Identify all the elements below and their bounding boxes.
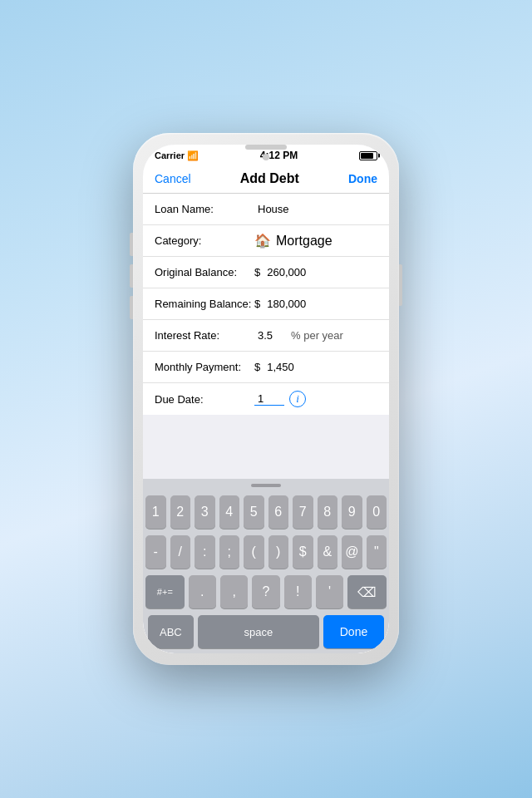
- nav-bar: Cancel Add Debt Done: [143, 165, 389, 194]
- key-2[interactable]: 2: [170, 495, 191, 529]
- key-4[interactable]: 4: [219, 495, 240, 529]
- remaining-balance-label: Remaining Balance:: [155, 298, 254, 310]
- abc-key[interactable]: ABC: [148, 615, 194, 648]
- monthly-payment-label: Monthly Payment:: [155, 361, 254, 373]
- monthly-payment-input[interactable]: [264, 361, 389, 373]
- key-semicolon[interactable]: ;: [219, 535, 240, 569]
- key-5[interactable]: 5: [244, 495, 264, 529]
- key-close-paren[interactable]: ): [268, 535, 289, 569]
- key-colon[interactable]: :: [195, 535, 215, 569]
- interest-rate-row: Interest Rate: % per year: [143, 320, 389, 352]
- remaining-balance-row: Remaining Balance: $: [143, 288, 389, 320]
- category-icon: 🏠: [254, 233, 271, 249]
- key-minus[interactable]: -: [145, 535, 166, 569]
- key-ampersand[interactable]: &: [318, 535, 338, 569]
- key-open-paren[interactable]: (: [244, 535, 264, 569]
- category-value[interactable]: 🏠 Mortgage: [254, 233, 332, 249]
- original-balance-prefix: $: [254, 266, 260, 278]
- space-key[interactable]: space: [198, 615, 319, 648]
- volume-down-button: [130, 296, 133, 319]
- category-row: Category: 🏠 Mortgage: [143, 225, 389, 257]
- phone-screen: Carrier 📶 4:12 PM Cancel Add Debt Done: [143, 145, 389, 653]
- remaining-balance-input[interactable]: [264, 298, 389, 310]
- phone-frame: Carrier 📶 4:12 PM Cancel Add Debt Done: [133, 133, 399, 665]
- battery-icon: [359, 151, 377, 160]
- backspace-key[interactable]: ⌫: [347, 575, 387, 608]
- key-7[interactable]: 7: [293, 495, 313, 529]
- keyboard-row-numbers: 1 2 3 4 5 6 7 8 9 0: [145, 495, 387, 529]
- key-8[interactable]: 8: [318, 495, 338, 529]
- mute-button: [130, 233, 133, 256]
- original-balance-row: Original Balance: $: [143, 257, 389, 288]
- wifi-icon: 📶: [187, 150, 199, 161]
- done-nav-button[interactable]: Done: [348, 172, 377, 185]
- keyboard-row-symbols: - / : ; ( ) $ & @ ": [145, 535, 387, 569]
- key-dollar[interactable]: $: [293, 535, 313, 569]
- loan-name-input[interactable]: [254, 203, 389, 215]
- keyboard-handle-area: [143, 479, 389, 490]
- app-screen: Carrier 📶 4:12 PM Cancel Add Debt Done: [143, 145, 389, 653]
- monthly-payment-row: Monthly Payment: $: [143, 352, 389, 383]
- remaining-balance-prefix: $: [254, 298, 260, 310]
- form-section: Loan Name: Category: 🏠 Mortgage Original: [143, 194, 389, 415]
- key-quote[interactable]: ": [367, 535, 387, 569]
- keyboard-bottom-row: ABC space Done: [145, 615, 387, 652]
- power-button: [399, 264, 402, 306]
- info-icon[interactable]: i: [289, 391, 306, 407]
- interest-rate-label: Interest Rate:: [155, 329, 254, 342]
- key-apostrophe[interactable]: ': [316, 575, 343, 608]
- due-date-row: Due Date: i: [143, 383, 389, 415]
- key-exclaim[interactable]: !: [284, 575, 312, 608]
- key-question[interactable]: ?: [252, 575, 279, 608]
- cancel-button[interactable]: Cancel: [155, 172, 191, 185]
- keyboard: 1 2 3 4 5 6 7 8 9 0 - / : ; (: [143, 490, 389, 653]
- key-comma[interactable]: ,: [220, 575, 248, 608]
- key-hashplus[interactable]: #+=: [145, 575, 185, 608]
- key-9[interactable]: 9: [342, 495, 362, 529]
- keyboard-row-more: #+= . , ? ! ' ⌫: [145, 575, 387, 608]
- key-at[interactable]: @: [342, 535, 362, 569]
- speaker: [245, 145, 287, 150]
- key-slash[interactable]: /: [170, 535, 191, 569]
- loan-name-label: Loan Name:: [155, 203, 254, 215]
- monthly-payment-prefix: $: [254, 361, 260, 373]
- due-date-input[interactable]: [254, 392, 284, 406]
- carrier-label: Carrier: [155, 150, 185, 160]
- loan-name-row: Loan Name:: [143, 194, 389, 225]
- original-balance-input[interactable]: [264, 266, 389, 278]
- interest-rate-suffix: % per year: [291, 329, 343, 342]
- carrier-info: Carrier 📶: [155, 150, 199, 161]
- form-area: Loan Name: Category: 🏠 Mortgage Original: [143, 194, 389, 479]
- keyboard-done-key[interactable]: Done: [323, 615, 384, 648]
- phone-top-sensors: [245, 145, 287, 160]
- key-6[interactable]: 6: [268, 495, 289, 529]
- due-date-label: Due Date:: [155, 393, 254, 406]
- key-1[interactable]: 1: [145, 495, 166, 529]
- key-0[interactable]: 0: [367, 495, 387, 529]
- category-text: Mortgage: [276, 234, 332, 249]
- original-balance-label: Original Balance:: [155, 266, 254, 278]
- key-3[interactable]: 3: [195, 495, 215, 529]
- volume-up-button: [130, 264, 133, 288]
- key-period[interactable]: .: [189, 575, 216, 608]
- interest-rate-input[interactable]: [254, 329, 288, 342]
- category-label: Category:: [155, 234, 254, 247]
- nav-title: Add Debt: [240, 171, 299, 186]
- battery-fill: [361, 153, 373, 159]
- keyboard-handle: [251, 484, 281, 487]
- front-camera: [263, 154, 269, 160]
